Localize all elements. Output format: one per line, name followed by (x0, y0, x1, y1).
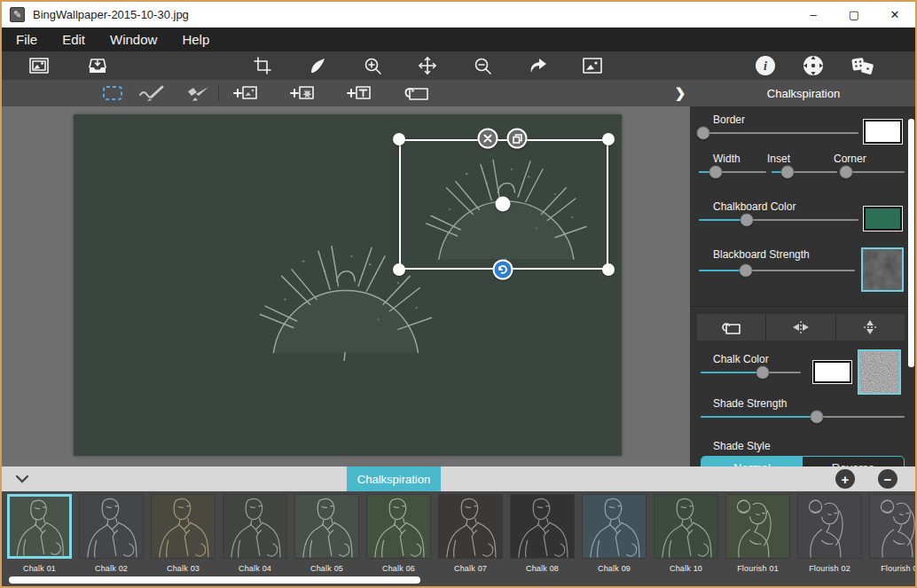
corner-slider[interactable] (843, 165, 905, 179)
object-toolbar: ❯ Chalkspiration (2, 80, 915, 106)
selection-rotate-handle[interactable] (493, 260, 513, 280)
panel-title: Chalkspiration (692, 80, 915, 106)
effect-item[interactable]: Chalk 02 (79, 494, 144, 573)
add-shape-button[interactable] (288, 82, 315, 104)
menubar: File Edit Window Help (2, 27, 915, 51)
marquee-select-tool[interactable] (99, 82, 126, 104)
blackboard-strength-slider[interactable] (699, 263, 855, 278)
effect-thumbnail (654, 494, 718, 559)
effect-item[interactable]: Chalk 06 (366, 494, 431, 573)
selection-handle-top-left[interactable] (393, 133, 405, 145)
minimize-button[interactable]: – (793, 2, 834, 27)
chalkboard-color-swatch[interactable] (864, 207, 902, 231)
selection-handle-center[interactable] (496, 197, 511, 212)
corner-label: Corner (834, 153, 866, 165)
rotate-object-button[interactable] (404, 82, 430, 104)
zoom-in-tool-button[interactable] (359, 54, 386, 77)
border-label: Border (713, 114, 745, 126)
blackboard-strength-label: Blackboard Strength (713, 248, 810, 261)
panel-scrollbar[interactable] (908, 119, 914, 367)
window-title: BingWallpaper-2015-10-30.jpg (33, 8, 189, 21)
border-slider[interactable] (699, 126, 858, 140)
panel-collapse-chevron[interactable]: ❯ (669, 80, 692, 106)
menu-help[interactable]: Help (171, 32, 220, 47)
selection-handle-bottom-right[interactable] (602, 263, 615, 276)
category-tab-chalkspiration[interactable]: Chalkspiration (347, 466, 441, 491)
brush-tool[interactable] (184, 82, 211, 104)
inset-label: Inset (767, 153, 790, 165)
filmstrip-scrollbar[interactable] (9, 576, 420, 584)
chalkboard-color-label: Chalkboard Color (713, 200, 796, 213)
workspace (2, 106, 692, 466)
flip-vertical-button[interactable] (836, 314, 905, 341)
info-button[interactable]: i (752, 54, 779, 77)
maximize-button[interactable]: ▢ (834, 2, 874, 27)
add-text-button[interactable] (345, 82, 372, 104)
width-label: Width (713, 153, 741, 165)
move-tool-button[interactable] (414, 54, 441, 77)
chalkspiration-settings-panel: Border Width Inset Corner Chalkboard Col… (690, 106, 915, 466)
menu-window[interactable]: Window (99, 32, 168, 47)
effect-thumbnail (366, 494, 431, 559)
effect-item[interactable]: Chalk 10 (654, 494, 718, 573)
close-button[interactable]: ✕ (874, 2, 915, 27)
effect-item[interactable]: Chalk 04 (223, 494, 287, 573)
shade-style-label: Shade Style (713, 440, 771, 452)
selection-handle-bottom-left[interactable] (393, 263, 405, 276)
settings-button[interactable] (800, 54, 827, 77)
shade-strength-label: Shade Strength (713, 397, 787, 410)
inset-slider[interactable] (772, 165, 837, 179)
effect-item[interactable]: Chalk 05 (294, 494, 359, 573)
chalkboard-color-slider[interactable] (699, 213, 858, 227)
effect-item[interactable]: Chalk 03 (151, 494, 216, 573)
selection-delete-button[interactable] (478, 129, 498, 149)
collapse-filmstrip-button[interactable] (12, 470, 32, 488)
width-slider[interactable] (699, 165, 766, 179)
effects-button[interactable] (579, 54, 606, 77)
menu-file[interactable]: File (5, 32, 48, 47)
save-button[interactable] (84, 54, 111, 77)
bottom-bar: Chalkspiration + − (2, 466, 915, 491)
blackboard-texture-thumbnail[interactable] (861, 247, 904, 292)
effect-item[interactable]: Chalk 07 (438, 494, 503, 573)
titlebar[interactable]: ✎ BingWallpaper-2015-10-30.jpg – ▢ ✕ (2, 2, 915, 27)
app-window: ✎ BingWallpaper-2015-10-30.jpg – ▢ ✕ Fil… (0, 0, 917, 588)
rotate-left-button[interactable] (697, 314, 766, 341)
selection-duplicate-button[interactable] (507, 129, 528, 149)
chalk-color-slider[interactable] (701, 365, 801, 380)
draw-curve-tool-button[interactable] (304, 54, 331, 77)
add-image-button[interactable] (231, 82, 258, 104)
app-icon: ✎ (10, 7, 25, 22)
open-image-button[interactable] (26, 54, 52, 77)
effect-thumbnail (151, 494, 216, 559)
shade-strength-slider[interactable] (701, 410, 905, 424)
chalk-brush-tool[interactable] (138, 82, 165, 104)
shade-style-segmented: Normal Reverse (701, 456, 905, 466)
effect-thumbnail (438, 494, 503, 559)
effect-item[interactable]: Chalk 01 (7, 494, 72, 573)
chalk-color-swatch[interactable] (813, 361, 851, 383)
effect-item[interactable]: Chalk 09 (582, 494, 647, 573)
effect-item[interactable]: Flourish 02 (797, 494, 862, 573)
svg-text:i: i (764, 59, 767, 73)
chalk-texture-thumbnail[interactable] (858, 349, 901, 395)
border-color-swatch[interactable] (864, 120, 902, 144)
shade-style-normal-option[interactable]: Normal (701, 457, 803, 466)
effect-item[interactable]: Chalk 08 (510, 494, 575, 573)
menu-edit[interactable]: Edit (51, 32, 96, 47)
flip-horizontal-button[interactable] (766, 314, 835, 341)
selection-handle-top-right[interactable] (602, 133, 615, 145)
random-dice-button[interactable] (850, 54, 876, 77)
thumbnail-zoom-out-button[interactable]: − (878, 469, 897, 489)
effect-item[interactable]: Flourish 01 (725, 494, 790, 573)
effect-thumbnail (869, 494, 915, 559)
effect-item[interactable]: Flourish 03 (869, 494, 915, 573)
crop-tool-button[interactable] (249, 54, 276, 77)
panel-divider (690, 306, 908, 307)
zoom-out-tool-button[interactable] (469, 54, 496, 77)
redo-button[interactable] (524, 54, 551, 77)
effect-thumbnail (582, 494, 647, 559)
effect-thumbnail (294, 494, 359, 559)
shade-style-reverse-option[interactable]: Reverse (803, 457, 904, 466)
thumbnail-zoom-in-button[interactable]: + (835, 469, 855, 489)
